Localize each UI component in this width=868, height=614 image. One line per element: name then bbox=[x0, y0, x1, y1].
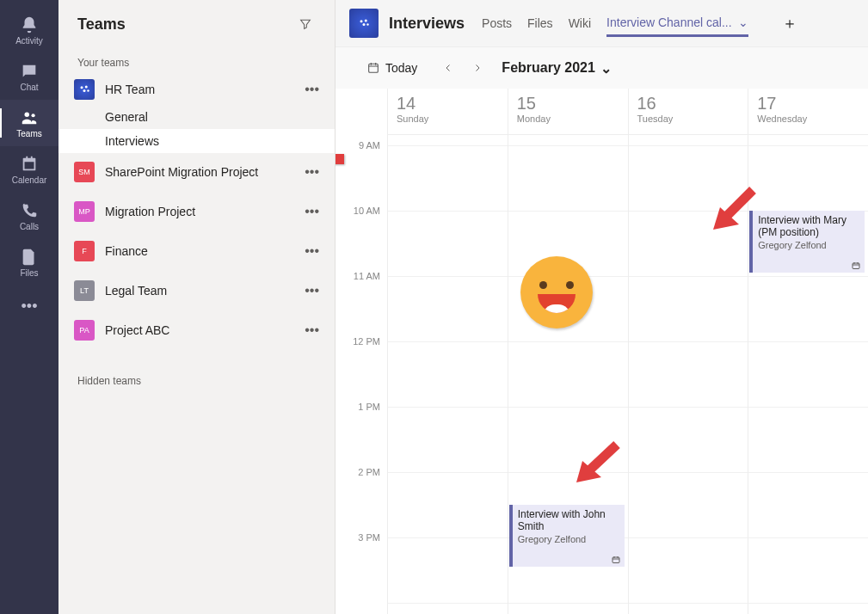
team-row-finance[interactable]: F Finance ••• bbox=[58, 236, 335, 267]
calendar-event[interactable]: Interview with John Smith Gregory Zelfon… bbox=[509, 505, 625, 567]
phone-icon bbox=[20, 201, 39, 220]
day-number: 14 bbox=[397, 94, 499, 114]
rail-label: Teams bbox=[16, 129, 41, 138]
rail-label: Chat bbox=[20, 83, 38, 92]
rail-more[interactable]: ••• bbox=[0, 289, 58, 324]
team-avatar bbox=[74, 79, 95, 100]
tab-wiki[interactable]: Wiki bbox=[569, 11, 591, 35]
recurrence-icon bbox=[611, 555, 621, 565]
team-more-icon[interactable]: ••• bbox=[301, 243, 323, 259]
svg-point-9 bbox=[366, 23, 368, 25]
time-label: 10 AM bbox=[354, 206, 380, 216]
team-row-legal[interactable]: LT Legal Team ••• bbox=[58, 275, 335, 306]
team-more-icon[interactable]: ••• bbox=[301, 82, 323, 97]
calendar-icon bbox=[20, 155, 39, 174]
time-label: 3 PM bbox=[358, 532, 380, 543]
calendar-grid[interactable]: 14Sunday15Monday16Tuesday17Wednesday 9 A… bbox=[336, 89, 868, 614]
team-row-migration-project[interactable]: MP Migration Project ••• bbox=[58, 196, 335, 227]
today-button[interactable]: Today bbox=[360, 58, 424, 78]
time-label: 12 PM bbox=[353, 336, 380, 347]
tab-label: Interview Channel cal... bbox=[606, 15, 732, 29]
main-content: Interviews Posts Files Wiki Interview Ch… bbox=[336, 0, 868, 614]
day-of-week: Sunday bbox=[397, 114, 499, 124]
team-row-hr[interactable]: HR Team ••• bbox=[58, 74, 335, 105]
day-column[interactable] bbox=[628, 135, 748, 614]
add-tab-button[interactable]: ＋ bbox=[779, 13, 800, 34]
time-label: 1 PM bbox=[358, 402, 380, 412]
time-label: 9 AM bbox=[359, 140, 380, 150]
tab-calendar[interactable]: Interview Channel cal... ⌄ bbox=[606, 10, 748, 37]
channel-title: Interviews bbox=[389, 15, 465, 33]
day-of-week: Monday bbox=[517, 114, 619, 124]
team-avatar: MP bbox=[74, 201, 95, 222]
team-name: Finance bbox=[105, 244, 301, 258]
event-title: Interview with John Smith bbox=[518, 508, 619, 532]
team-more-icon[interactable]: ••• bbox=[301, 164, 323, 180]
rail-calendar[interactable]: Calendar bbox=[0, 146, 58, 193]
channel-general[interactable]: General bbox=[58, 105, 335, 129]
time-label: 11 AM bbox=[354, 271, 380, 281]
team-more-icon[interactable]: ••• bbox=[301, 283, 323, 298]
day-column[interactable] bbox=[748, 135, 868, 614]
month-picker[interactable]: February 2021 ⌄ bbox=[502, 60, 612, 77]
recurrence-icon bbox=[851, 261, 861, 271]
rail-label: Files bbox=[20, 268, 38, 278]
calendar-event[interactable]: Interview with Mary (PM position) Gregor… bbox=[749, 211, 865, 273]
team-avatar: PA bbox=[74, 320, 95, 341]
day-column[interactable] bbox=[387, 135, 508, 614]
day-header[interactable]: 14Sunday bbox=[387, 89, 508, 134]
rail-label: Activity bbox=[15, 36, 43, 46]
chevron-right-icon bbox=[472, 63, 483, 73]
channel-avatar bbox=[349, 9, 379, 38]
filter-icon bbox=[299, 17, 312, 31]
filter-button[interactable] bbox=[293, 12, 317, 36]
team-name: HR Team bbox=[105, 83, 301, 96]
team-more-icon[interactable]: ••• bbox=[301, 322, 323, 338]
team-more-icon[interactable]: ••• bbox=[301, 204, 323, 219]
chevron-down-icon: ⌄ bbox=[600, 60, 612, 77]
team-name: SharePoint Migration Project bbox=[105, 165, 301, 179]
channel-interviews[interactable]: Interviews bbox=[58, 129, 335, 153]
time-label: 2 PM bbox=[358, 467, 380, 477]
chevron-down-icon: ⌄ bbox=[738, 15, 748, 29]
team-name: Legal Team bbox=[105, 284, 301, 298]
team-row-project-abc[interactable]: PA Project ABC ••• bbox=[58, 315, 335, 346]
svg-point-8 bbox=[363, 23, 366, 26]
rail-files[interactable]: Files bbox=[0, 239, 58, 286]
team-avatar: F bbox=[74, 241, 95, 261]
day-of-week: Wednesday bbox=[757, 114, 859, 124]
rail-calls[interactable]: Calls bbox=[0, 193, 58, 239]
section-your-teams: Your teams bbox=[58, 45, 335, 74]
day-header[interactable]: 17Wednesday bbox=[748, 89, 868, 134]
teams-panel: Teams Your teams HR Team ••• General Int… bbox=[58, 0, 336, 614]
rail-teams[interactable]: Teams bbox=[0, 100, 58, 146]
rail-activity[interactable]: Activity bbox=[0, 7, 58, 53]
svg-point-5 bbox=[87, 89, 89, 91]
rail-label: Calendar bbox=[12, 175, 47, 185]
chat-icon bbox=[20, 62, 39, 81]
month-label: February 2021 bbox=[502, 60, 595, 76]
rail-label: Calls bbox=[20, 222, 39, 231]
event-organizer: Gregory Zelfond bbox=[518, 534, 619, 544]
teams-icon bbox=[20, 108, 39, 127]
team-row-sharepoint-migration[interactable]: SM SharePoint Migration Project ••• bbox=[58, 157, 335, 187]
day-number: 16 bbox=[637, 94, 740, 114]
day-of-week: Tuesday bbox=[637, 114, 740, 124]
panel-title: Teams bbox=[77, 15, 126, 34]
day-header[interactable]: 16Tuesday bbox=[628, 89, 748, 134]
svg-rect-12 bbox=[613, 557, 619, 563]
team-name: Migration Project bbox=[105, 205, 301, 218]
day-header[interactable]: 15Monday bbox=[508, 89, 628, 134]
calendar-today-icon bbox=[366, 61, 380, 75]
event-title: Interview with Mary (PM position) bbox=[758, 214, 859, 238]
tab-posts[interactable]: Posts bbox=[482, 11, 512, 35]
rail-chat[interactable]: Chat bbox=[0, 53, 58, 100]
app-rail: Activity Chat Teams Calendar Calls Files… bbox=[0, 0, 58, 614]
next-button[interactable] bbox=[467, 58, 488, 78]
channel-name: General bbox=[105, 110, 148, 124]
tab-files[interactable]: Files bbox=[527, 11, 553, 35]
bell-icon bbox=[20, 15, 39, 34]
prev-button[interactable] bbox=[438, 58, 459, 78]
channel-name: Interviews bbox=[105, 134, 159, 148]
channel-header: Interviews Posts Files Wiki Interview Ch… bbox=[336, 0, 868, 46]
